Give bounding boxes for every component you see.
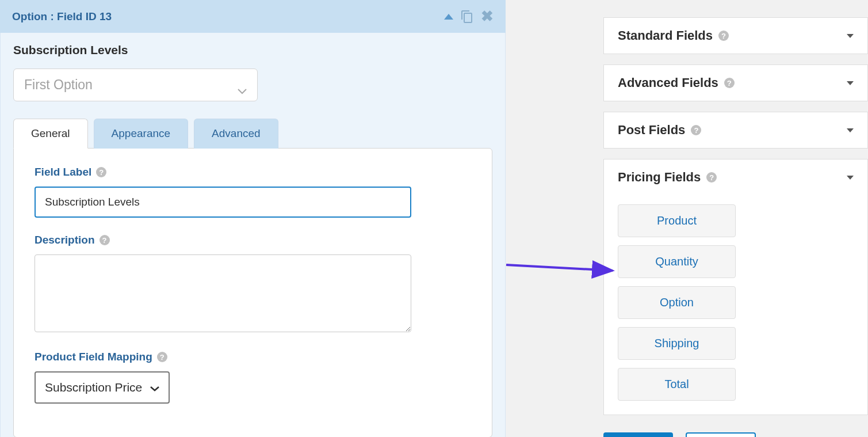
field-label-label: Field Label ? [35, 166, 471, 178]
accordion-post-fields: Post Fields ? [603, 112, 868, 149]
help-icon[interactable]: ? [100, 235, 110, 245]
help-icon[interactable]: ? [691, 125, 701, 135]
duplicate-icon[interactable] [460, 10, 474, 24]
description-label: Description ? [35, 234, 471, 246]
field-label-input[interactable] [35, 187, 411, 218]
help-icon[interactable]: ? [96, 167, 106, 177]
field-header-actions: ✖ [444, 7, 494, 25]
help-icon[interactable]: ? [706, 172, 717, 183]
action-buttons: Update Cancel Move to Tra [603, 432, 868, 437]
tab-general[interactable]: General [13, 119, 88, 149]
update-button[interactable]: Update [603, 432, 673, 437]
pricing-btn-shipping[interactable]: Shipping [618, 327, 736, 360]
tab-content: Field Label ? Description ? Product Fiel… [13, 148, 492, 437]
pricing-btn-option[interactable]: Option [618, 286, 736, 319]
help-icon[interactable]: ? [724, 78, 735, 88]
accordion-header-advanced[interactable]: Advanced Fields ? [604, 65, 867, 101]
help-icon[interactable]: ? [157, 352, 167, 362]
tabs: General Appearance Advanced [13, 119, 492, 149]
product-mapping-select[interactable]: Subscription Price [35, 371, 170, 404]
collapse-icon[interactable] [444, 14, 453, 20]
section-title: Subscription Levels [13, 43, 492, 57]
tab-advanced[interactable]: Advanced [194, 119, 278, 149]
sidebar-panel: Standard Fields ? Advanced Fields ? Post… [506, 0, 868, 437]
field-editor-panel: Option : Field ID 13 ✖ Subscription Leve… [0, 0, 506, 437]
caret-down-icon [847, 128, 854, 132]
option-dropdown[interactable]: First Option [13, 69, 258, 101]
description-input[interactable] [35, 254, 411, 332]
chevron-down-icon [150, 381, 159, 394]
product-mapping-label: Product Field Mapping ? [35, 351, 471, 363]
pricing-btn-product[interactable]: Product [618, 204, 736, 237]
accordion-header-pricing[interactable]: Pricing Fields ? [604, 159, 867, 195]
accordion-header-standard[interactable]: Standard Fields ? [604, 18, 867, 54]
caret-down-icon [847, 176, 854, 180]
pricing-btn-quantity[interactable]: Quantity [618, 245, 736, 278]
field-header: Option : Field ID 13 ✖ [0, 0, 506, 33]
caret-down-icon [847, 81, 854, 85]
accordion-advanced-fields: Advanced Fields ? [603, 64, 868, 101]
description-group: Description ? [35, 234, 471, 335]
help-icon[interactable]: ? [718, 31, 729, 41]
field-header-title: Option : Field ID 13 [12, 10, 112, 23]
tab-appearance[interactable]: Appearance [94, 119, 188, 149]
chevron-down-icon [238, 82, 247, 88]
close-icon[interactable]: ✖ [481, 7, 494, 25]
accordion-header-post[interactable]: Post Fields ? [604, 112, 867, 148]
accordion-pricing-fields: Pricing Fields ? Product Quantity Option… [603, 159, 868, 415]
field-label-group: Field Label ? [35, 166, 471, 218]
option-dropdown-value: First Option [24, 77, 93, 93]
cancel-button[interactable]: Cancel [686, 432, 756, 437]
pricing-buttons: Product Quantity Option Shipping Total [604, 195, 867, 415]
product-mapping-group: Product Field Mapping ? Subscription Pri… [35, 351, 471, 404]
caret-down-icon [847, 34, 854, 38]
field-body: Subscription Levels First Option General… [0, 33, 506, 437]
accordion-standard-fields: Standard Fields ? [603, 17, 868, 54]
pricing-btn-total[interactable]: Total [618, 368, 736, 401]
